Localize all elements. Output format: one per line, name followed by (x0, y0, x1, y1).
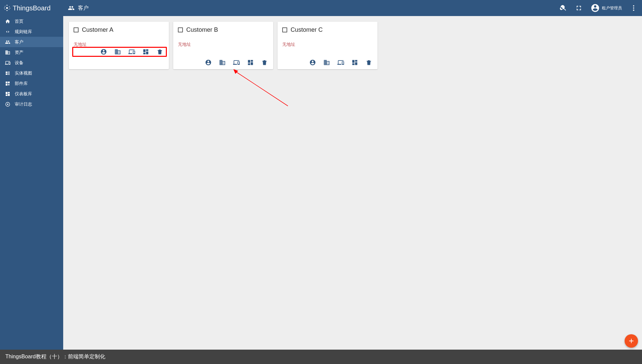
user-menu[interactable]: 租户管理员 (591, 3, 622, 13)
fullscreen-button[interactable] (575, 4, 582, 12)
customer-name: Customer C (291, 26, 323, 33)
side-nav: 首页规则链库客户资产设备实体视图部件库仪表板库审计日志 (0, 16, 63, 109)
add-customer-fab[interactable] (625, 334, 638, 348)
card-action-devices[interactable] (337, 59, 344, 66)
card-action-domain[interactable] (219, 59, 226, 66)
card-action-delete[interactable] (365, 59, 372, 66)
customer-card[interactable]: Customer B无地址 (173, 22, 273, 69)
user-role-label: 租户管理员 (602, 6, 622, 10)
select-checkbox[interactable] (74, 27, 79, 32)
account-icon (591, 3, 600, 13)
customer-address: 无地址 (178, 41, 269, 47)
card-action-devices[interactable] (233, 59, 240, 66)
brand-logo[interactable]: ThingsBoard (0, 0, 63, 16)
customer-card[interactable]: Customer A无地址 (69, 22, 169, 69)
sidebar-item-label: 设备 (15, 60, 23, 66)
sidebar-item-label: 客户 (15, 39, 23, 45)
card-action-delete[interactable] (156, 48, 163, 55)
group-icon (5, 39, 11, 45)
sidebar-item-viewq[interactable]: 实体视图 (0, 68, 63, 78)
sidebar-item-label: 资产 (15, 49, 23, 55)
sidebar-item-home[interactable]: 首页 (0, 16, 63, 26)
card-actions (282, 58, 373, 67)
select-checkbox[interactable] (178, 27, 183, 32)
widgets-icon (5, 81, 11, 87)
code-icon (5, 29, 11, 35)
card-action-domain[interactable] (323, 59, 330, 66)
topbar: 客户 租户管理员 (63, 0, 642, 16)
footer-caption: ThingsBoard教程（十）：前端简单定制化 (0, 350, 642, 364)
home-icon (5, 18, 11, 24)
card-actions-highlight (72, 47, 167, 57)
customer-cards-area: Customer A无地址Customer B无地址Customer C无地址 (63, 16, 642, 364)
customer-address: 无地址 (282, 41, 373, 47)
sidebar-item-label: 仪表板库 (15, 91, 32, 97)
customer-name: Customer B (186, 26, 218, 33)
card-action-delete[interactable] (261, 59, 268, 66)
customer-name: Customer A (82, 26, 113, 33)
card-action-account[interactable] (205, 59, 212, 66)
sidebar-item-track[interactable]: 审计日志 (0, 99, 63, 109)
card-action-dash[interactable] (142, 48, 149, 55)
sidebar-item-devices[interactable]: 设备 (0, 57, 63, 68)
page-title: 客户 (78, 5, 89, 12)
card-action-dash[interactable] (351, 59, 358, 66)
sidebar-item-label: 实体视图 (15, 70, 32, 76)
viewq-icon (5, 70, 11, 76)
card-action-account[interactable] (309, 59, 316, 66)
sidebar-item-label: 规则链库 (15, 29, 32, 35)
add-icon (628, 337, 635, 345)
card-action-devices[interactable] (128, 48, 135, 55)
thingsboard-logo-icon (3, 4, 11, 12)
sidebar-item-label: 部件库 (15, 81, 28, 87)
sidebar-item-dash[interactable]: 仪表板库 (0, 89, 63, 99)
sidebar-item-group[interactable]: 客户 (0, 37, 63, 47)
sidebar: ThingsBoard 首页规则链库客户资产设备实体视图部件库仪表板库审计日志 (0, 0, 63, 364)
sidebar-item-code[interactable]: 规则链库 (0, 26, 63, 37)
sidebar-item-domain[interactable]: 资产 (0, 47, 63, 57)
customers-icon (68, 5, 75, 11)
card-action-account[interactable] (100, 48, 107, 55)
more-menu[interactable] (630, 4, 637, 12)
card-action-domain[interactable] (114, 48, 121, 55)
sidebar-item-label: 首页 (15, 18, 23, 24)
sidebar-item-widgets[interactable]: 部件库 (0, 78, 63, 89)
card-actions (178, 58, 269, 67)
select-checkbox[interactable] (282, 27, 287, 32)
customer-card[interactable]: Customer C无地址 (278, 22, 378, 69)
track-icon (5, 101, 11, 107)
sidebar-item-label: 审计日志 (15, 101, 32, 107)
search-button[interactable] (560, 4, 567, 12)
dash-icon (5, 91, 11, 97)
brand-name: ThingsBoard (13, 4, 50, 12)
card-action-dash[interactable] (247, 59, 254, 66)
domain-icon (5, 49, 11, 55)
devices-icon (5, 60, 11, 66)
